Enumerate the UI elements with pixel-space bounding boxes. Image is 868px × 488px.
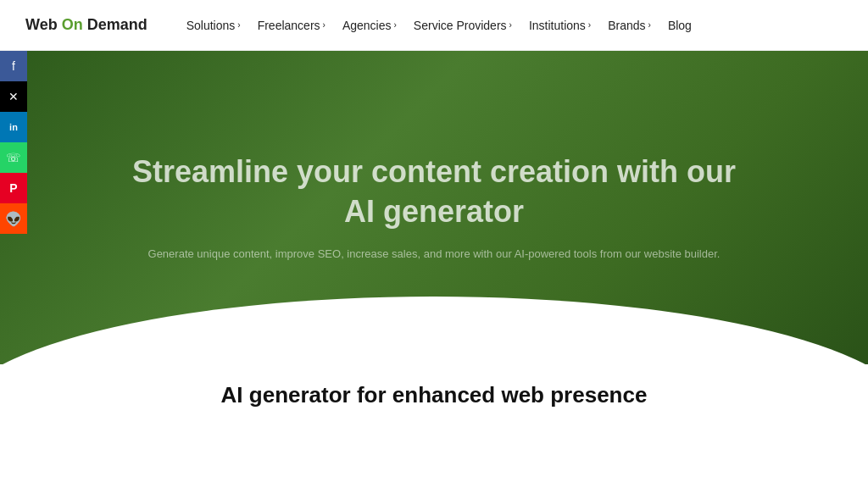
hero-subtitle: Generate unique content, improve SEO, in…	[137, 246, 731, 263]
facebook-icon: f	[12, 59, 15, 73]
nav-item-service-providers[interactable]: Service Providers ›	[409, 15, 517, 36]
logo-on: On	[62, 16, 83, 33]
chevron-down-icon: ›	[648, 20, 651, 30]
logo[interactable]: Web On Demand	[25, 16, 147, 34]
social-linkedin-button[interactable]: in	[0, 112, 27, 142]
linkedin-icon: in	[9, 122, 18, 132]
social-pinterest-button[interactable]: P	[0, 173, 27, 203]
nav-item-solutions[interactable]: Solutions ›	[181, 15, 246, 36]
header: Web On Demand Solutions › Freelancers › …	[0, 0, 868, 51]
chevron-down-icon: ›	[394, 20, 397, 30]
pinterest-icon: P	[9, 181, 17, 195]
hero-title: Streamline your content creation with ou…	[132, 152, 736, 232]
social-reddit-button[interactable]: 👽	[0, 203, 27, 234]
chevron-down-icon: ›	[237, 20, 240, 30]
social-twitter-button[interactable]: ✕	[0, 81, 27, 112]
main-nav: Solutions › Freelancers › Agencies › Ser…	[181, 15, 697, 36]
chevron-down-icon: ›	[509, 20, 512, 30]
bottom-section: AI generator for enhanced web presence	[0, 364, 868, 488]
social-facebook-button[interactable]: f	[0, 51, 27, 81]
hero-section: Streamline your content creation with ou…	[0, 51, 868, 364]
logo-text-web: Web	[25, 16, 62, 33]
twitter-icon: ✕	[8, 90, 19, 103]
nav-item-institutions[interactable]: Institutions ›	[524, 15, 596, 36]
nav-item-brands[interactable]: Brands ›	[603, 15, 656, 36]
chevron-down-icon: ›	[588, 20, 591, 30]
whatsapp-icon: ☏	[6, 151, 21, 164]
hero-content: Streamline your content creation with ou…	[64, 152, 804, 262]
nav-item-agencies[interactable]: Agencies ›	[337, 15, 402, 36]
social-whatsapp-button[interactable]: ☏	[0, 142, 27, 173]
nav-item-freelancers[interactable]: Freelancers ›	[253, 15, 331, 36]
reddit-icon: 👽	[5, 211, 22, 227]
chevron-down-icon: ›	[323, 20, 326, 30]
logo-text-demand: Demand	[83, 16, 147, 33]
social-sidebar: f ✕ in ☏ P 👽	[0, 51, 27, 234]
bottom-title: AI generator for enhanced web presence	[221, 381, 648, 410]
nav-item-blog[interactable]: Blog	[663, 15, 697, 36]
